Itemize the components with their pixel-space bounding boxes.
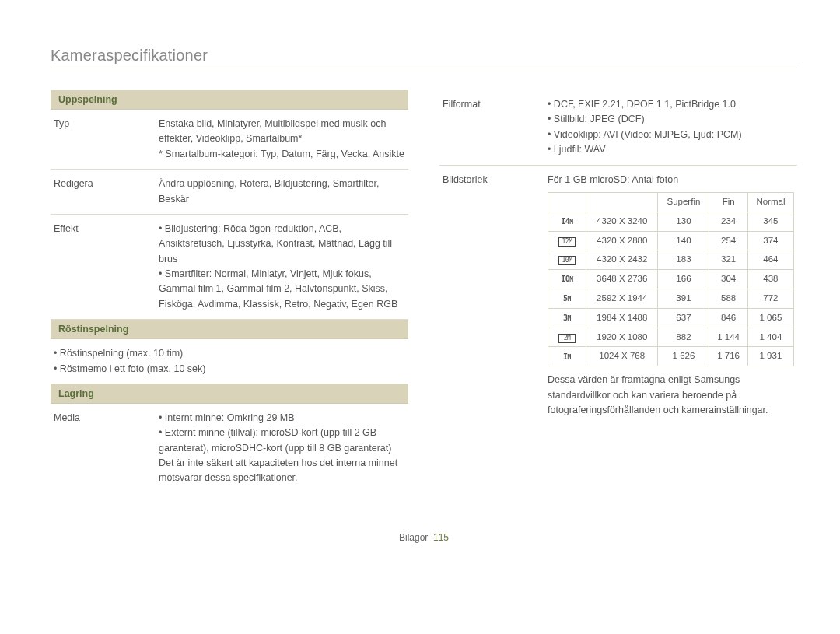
cell-res: 2592 X 1944: [586, 289, 658, 308]
section-head-storage: Lagring: [51, 384, 408, 404]
label-typ: Typ: [54, 117, 159, 162]
right-column: Filformat DCF, EXIF 2.21, DPOF 1.1, Pict…: [439, 90, 797, 493]
cell-res: 1984 X 1488: [586, 308, 658, 328]
row-effekt: Effekt Bildjustering: Röda ögon-reduktio…: [51, 215, 408, 320]
cell-fin: 846: [709, 308, 747, 328]
row-bildstorlek: Bildstorlek För 1 GB microSD: Antal foto…: [439, 166, 797, 426]
th-superfin: Superfin: [658, 192, 709, 212]
filformat-bullet-1: DCF, EXIF 2.21, DPOF 1.1, PictBridge 1.0: [548, 97, 794, 112]
table-row: I4M4320 X 3240130234345: [548, 212, 794, 231]
cell-superfin: 130: [658, 212, 709, 231]
cell-fin: 321: [709, 250, 747, 270]
value-bildstorlek: För 1 GB microSD: Antal foton Superfin F…: [548, 173, 794, 419]
typ-line2: * Smartalbum-kategori: Typ, Datum, Färg,…: [159, 147, 405, 162]
table-row: I0M3648 X 2736166304438: [548, 270, 794, 289]
cell-superfin: 1 626: [658, 347, 709, 366]
row-media: Media Internt minne: Omkring 29 MB Exter…: [51, 404, 408, 493]
cell-fin: 588: [709, 289, 747, 308]
size-icon: I0M: [548, 270, 586, 289]
cell-superfin: 166: [658, 270, 709, 289]
cell-superfin: 882: [658, 328, 709, 347]
label-effekt: Effekt: [54, 222, 159, 312]
filformat-bullet-4: Ljudfil: WAV: [548, 142, 794, 157]
cell-res: 1920 X 1080: [586, 328, 658, 347]
section-head-voice: Röstinspelning: [51, 320, 408, 339]
cell-superfin: 637: [658, 308, 709, 328]
value-typ: Enstaka bild, Miniatyrer, Multibildspel …: [159, 117, 405, 162]
photo-table-subhead: För 1 GB microSD: Antal foton: [548, 173, 794, 187]
cell-superfin: 140: [658, 231, 709, 250]
cell-fin: 1 144: [709, 328, 747, 347]
size-icon: I4M: [548, 212, 586, 231]
cell-fin: 304: [709, 270, 747, 289]
section-head-playback: Uppspelning: [51, 90, 408, 110]
th-res: [586, 192, 658, 212]
size-icon: 3M: [548, 308, 586, 328]
row-filformat: Filformat DCF, EXIF 2.21, DPOF 1.1, Pict…: [439, 90, 797, 166]
footer-section: Bilagor: [399, 532, 428, 543]
label-media: Media: [54, 411, 159, 486]
voice-bullet-2: Röstmemo i ett foto (max. 10 sek): [54, 362, 405, 377]
value-media: Internt minne: Omkring 29 MB Externt min…: [159, 411, 405, 486]
cell-normal: 1 065: [747, 308, 793, 328]
cell-superfin: 391: [658, 289, 709, 308]
cell-res: 3648 X 2736: [586, 270, 658, 289]
cell-fin: 254: [709, 231, 747, 250]
cell-res: 1024 X 768: [586, 347, 658, 366]
footer-page: 115: [433, 532, 449, 543]
size-icon: IM: [548, 347, 586, 366]
size-icon: 5M: [548, 289, 586, 308]
row-voice: Röstinspelning (max. 10 tim) Röstmemo i …: [51, 339, 408, 384]
page-footer: Bilagor 115: [51, 532, 797, 543]
row-typ: Typ Enstaka bild, Miniatyrer, Multibilds…: [51, 110, 408, 170]
filformat-bullet-2: Stillbild: JPEG (DCF): [548, 112, 794, 127]
table-row: 5M2592 X 1944391588772: [548, 289, 794, 308]
th-icon: [548, 192, 586, 212]
page-title: Kameraspecifikationer: [51, 47, 797, 68]
value-filformat: DCF, EXIF 2.21, DPOF 1.1, PictBridge 1.0…: [548, 97, 794, 158]
value-effekt: Bildjustering: Röda ögon-reduktion, ACB,…: [159, 222, 405, 312]
media-note: Det är inte säkert att kapaciteten hos d…: [159, 456, 405, 486]
cell-fin: 1 716: [709, 347, 747, 366]
cell-normal: 464: [747, 250, 793, 270]
cell-normal: 1 404: [747, 328, 793, 347]
row-redigera: Redigera Ändra upplösning, Rotera, Bildj…: [51, 170, 408, 215]
size-icon: 2M: [548, 328, 586, 347]
th-fin: Fin: [709, 192, 747, 212]
size-icon: 10M: [548, 250, 586, 270]
table-row: 12M4320 X 2880140254374: [548, 231, 794, 250]
left-column: Uppspelning Typ Enstaka bild, Miniatyrer…: [51, 90, 408, 493]
size-icon: 12M: [548, 231, 586, 250]
value-redigera: Ändra upplösning, Rotera, Bildjustering,…: [159, 177, 405, 207]
th-normal: Normal: [747, 192, 793, 212]
photo-count-table: Superfin Fin Normal I4M4320 X 3240130234…: [548, 192, 794, 366]
cell-superfin: 183: [658, 250, 709, 270]
cell-normal: 438: [747, 270, 793, 289]
cell-res: 4320 X 2432: [586, 250, 658, 270]
table-row: 10M4320 X 2432183321464: [548, 250, 794, 270]
table-row: 3M1984 X 14886378461 065: [548, 308, 794, 328]
table-row: IM1024 X 7681 6261 7161 931: [548, 347, 794, 366]
effekt-bullet-1: Bildjustering: Röda ögon-reduktion, ACB,…: [159, 222, 405, 267]
typ-line1: Enstaka bild, Miniatyrer, Multibildspel …: [159, 117, 405, 147]
media-bullet-2: Externt minne (tillval): microSD-kort (u…: [159, 426, 405, 456]
label-bildstorlek: Bildstorlek: [443, 173, 548, 419]
voice-bullet-1: Röstinspelning (max. 10 tim): [54, 346, 405, 361]
label-filformat: Filformat: [443, 97, 548, 158]
cell-res: 4320 X 2880: [586, 231, 658, 250]
filformat-bullet-3: Videoklipp: AVI (Video: MJPEG, Ljud: PCM…: [548, 128, 794, 142]
cell-normal: 345: [747, 212, 793, 231]
value-voice: Röstinspelning (max. 10 tim) Röstmemo i …: [54, 346, 405, 377]
cell-normal: 1 931: [747, 347, 793, 366]
bildstorlek-note: Dessa värden är framtagna enligt Samsung…: [548, 373, 794, 418]
cell-normal: 772: [747, 289, 793, 308]
media-bullet-1: Internt minne: Omkring 29 MB: [159, 411, 405, 426]
cell-res: 4320 X 3240: [586, 212, 658, 231]
label-redigera: Redigera: [54, 177, 159, 207]
cell-fin: 234: [709, 212, 747, 231]
cell-normal: 374: [747, 231, 793, 250]
table-row: 2M1920 X 10808821 1441 404: [548, 328, 794, 347]
effekt-bullet-2: Smartfilter: Normal, Miniatyr, Vinjett, …: [159, 267, 405, 312]
